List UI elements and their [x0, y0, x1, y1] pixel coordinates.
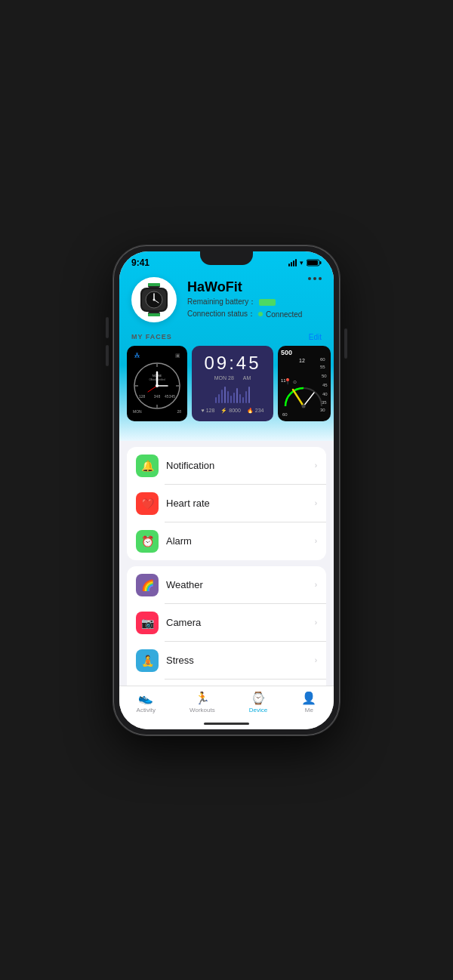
heart-rate-label: Heart rate — [166, 498, 307, 509]
watch-face-sport[interactable]: 500 60 55 50 45 40 35 30 — [278, 346, 331, 421]
device-name: HaWoFit — [187, 279, 322, 295]
phone-screen: 9:41 ▾ — [119, 251, 334, 729]
faces-title: MY FACES — [131, 333, 172, 341]
svg-text:⊙: ⊙ — [293, 380, 297, 384]
workouts-tab-label: Workouts — [190, 707, 215, 713]
watch-avatar — [131, 277, 177, 322]
device-tab-label: Device — [249, 707, 267, 713]
svg-text:55: 55 — [320, 365, 325, 369]
device-info: HaWoFit Remaining battery： Connection st… — [119, 271, 334, 328]
svg-text:348: 348 — [154, 394, 161, 399]
svg-text:▣: ▣ — [175, 353, 180, 358]
notch — [200, 251, 253, 265]
svg-line-40 — [304, 393, 314, 406]
svg-rect-2 — [307, 260, 318, 265]
home-indicator — [119, 720, 334, 729]
status-bar: 9:41 ▾ — [119, 251, 334, 271]
phone-frame: 9:41 ▾ — [113, 245, 340, 735]
svg-text:28: 28 — [177, 409, 181, 414]
edit-button[interactable]: Edit — [309, 333, 322, 341]
svg-rect-8 — [148, 313, 160, 316]
svg-line-24 — [148, 386, 157, 392]
notification-icon: 🔔 — [136, 455, 159, 477]
stress-chevron: › — [315, 656, 317, 664]
alarm-chevron: › — [315, 537, 317, 545]
more-menu-button[interactable] — [308, 277, 322, 280]
svg-text:60: 60 — [320, 357, 325, 362]
status-time: 9:41 — [131, 257, 149, 268]
heart-rate-icon: ❤️ — [136, 492, 159, 515]
heart-rate-chevron: › — [315, 499, 317, 507]
alarm-label: Alarm — [166, 535, 307, 547]
menu-item-camera[interactable]: 📷 Camera › — [127, 604, 326, 642]
camera-chevron: › — [315, 618, 317, 627]
home-bar — [204, 723, 249, 725]
svg-point-41 — [302, 404, 306, 408]
svg-rect-1 — [320, 261, 322, 264]
wifi-icon: ▾ — [300, 259, 304, 267]
watch-faces-row: ⁂ ▣ NOISE Official Certified — [119, 346, 334, 429]
me-tab-label: Me — [305, 707, 313, 713]
svg-text:MON: MON — [133, 409, 142, 414]
svg-rect-7 — [148, 283, 160, 286]
svg-text:11: 11 — [281, 378, 286, 383]
svg-text:30: 30 — [320, 408, 325, 412]
notification-label: Notification — [166, 460, 307, 471]
sport-face-svg: 500 60 55 50 45 40 35 30 — [278, 346, 329, 421]
status-icons: ▾ — [288, 259, 322, 267]
menu-item-stress[interactable]: 🧘 Stress › — [127, 642, 326, 680]
tab-bar: 👟 Activity 🏃 Workouts ⌚ Device 👤 Me — [119, 686, 334, 720]
weather-icon: 🌈 — [136, 574, 159, 596]
svg-point-25 — [156, 384, 159, 387]
menu-group-1: 🔔 Notification › ❤️ Heart rate › ⏰ Alarm… — [127, 447, 326, 560]
battery-info: Remaining battery： — [187, 297, 322, 307]
battery-indicator — [259, 299, 276, 306]
menu-group-2: 🌈 Weather › 📷 Camera › 🧘 Stress › — [127, 566, 326, 686]
camera-icon: 📷 — [136, 612, 159, 634]
menu-item-weather[interactable]: 🌈 Weather › — [127, 566, 326, 604]
menu-item-alarm[interactable]: ⏰ Alarm › — [127, 522, 326, 560]
weather-chevron: › — [315, 581, 317, 589]
svg-line-39 — [293, 390, 304, 406]
stress-icon: 🧘 — [136, 649, 159, 672]
me-tab-icon: 👤 — [301, 691, 316, 705]
header-section: 9:41 ▾ — [119, 251, 334, 441]
tab-workouts[interactable]: 🏃 Workouts — [183, 689, 221, 715]
svg-text:60: 60 — [282, 412, 288, 417]
tab-activity[interactable]: 👟 Activity — [131, 689, 162, 715]
analog-face-svg: ⁂ ▣ NOISE Official Certified — [130, 350, 184, 418]
menu-item-more[interactable]: 🏃 S OS › — [127, 680, 326, 686]
svg-text:50: 50 — [322, 374, 327, 378]
svg-text:128: 128 — [139, 394, 146, 399]
svg-text:45345: 45345 — [165, 394, 175, 399]
connection-info: Connection status： Connected — [187, 309, 322, 319]
menu-item-heart-rate[interactable]: ❤️ Heart rate › — [127, 485, 326, 522]
svg-text:45: 45 — [322, 383, 328, 387]
device-tab-icon: ⌚ — [251, 691, 266, 705]
menu-item-notification[interactable]: 🔔 Notification › — [127, 447, 326, 485]
watch-face-analog[interactable]: ⁂ ▣ NOISE Official Certified — [127, 346, 187, 421]
battery-icon — [307, 259, 322, 267]
device-text: HaWoFit Remaining battery： Connection st… — [187, 279, 322, 319]
camera-label: Camera — [166, 617, 307, 628]
stress-label: Stress — [166, 655, 307, 666]
weather-label: Weather — [166, 579, 307, 590]
connection-dot — [258, 312, 263, 316]
svg-text:12: 12 — [299, 358, 305, 363]
watch-image — [134, 280, 174, 319]
activity-tab-label: Activity — [137, 707, 156, 713]
svg-text:35: 35 — [322, 400, 327, 405]
svg-text:⁂: ⁂ — [134, 353, 140, 358]
tab-me[interactable]: 👤 Me — [295, 689, 322, 715]
workouts-tab-icon: 🏃 — [195, 691, 210, 705]
activity-tab-icon: 👟 — [138, 691, 153, 705]
watch-face-digital[interactable]: 09:45 MON 28AM — [192, 346, 273, 421]
svg-text:500: 500 — [281, 349, 292, 356]
signal-icon — [288, 259, 297, 267]
notification-chevron: › — [315, 461, 317, 470]
alarm-icon: ⏰ — [136, 530, 159, 553]
svg-text:40: 40 — [322, 392, 328, 396]
svg-point-12 — [153, 298, 156, 300]
main-content[interactable]: 🔔 Notification › ❤️ Heart rate › ⏰ Alarm… — [119, 441, 334, 686]
tab-device[interactable]: ⌚ Device — [243, 689, 273, 715]
